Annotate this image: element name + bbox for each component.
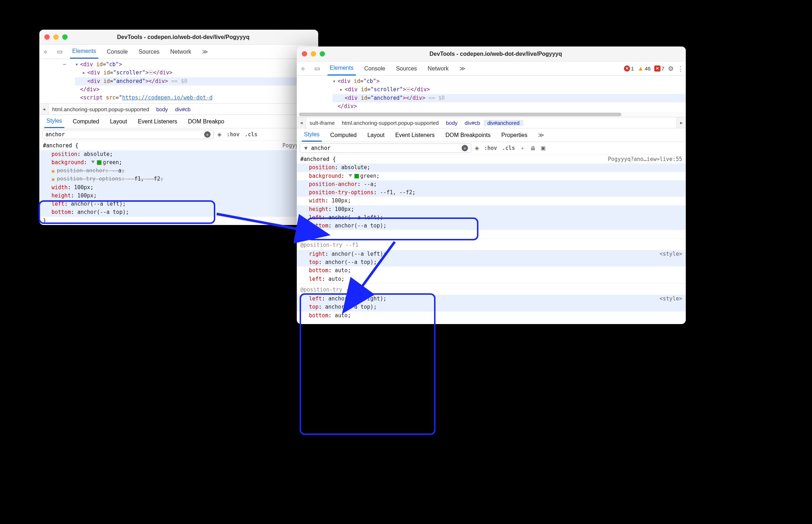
kebab-icon[interactable]: ⋮ — [677, 65, 684, 73]
crumb-next-icon[interactable]: ▸ — [676, 117, 686, 128]
main-tabbar: ⟐ ▭ Elements Console Sources Network ≫ — [39, 45, 318, 59]
tab-sources[interactable]: Sources — [136, 45, 162, 59]
devtools-window-before: DevTools - codepen.io/web-dot-dev/live/P… — [39, 30, 318, 225]
position-try-rule-f2[interactable]: @position-try --f2 — [297, 283, 686, 295]
close-dot[interactable] — [302, 51, 307, 57]
tab-dom-breakpoints[interactable]: DOM Breakpo — [186, 115, 226, 128]
color-swatch[interactable] — [97, 160, 102, 165]
crumb-cb[interactable]: div#cb — [461, 120, 484, 126]
tab-console[interactable]: Console — [362, 62, 388, 75]
zoom-dot[interactable] — [62, 34, 68, 40]
rule-source-link[interactable]: Pogyyyq?ano…iew=live:55 — [608, 155, 682, 163]
devtools-window-after: DevTools - codepen.io/web-dot-dev/live/P… — [297, 46, 686, 324]
tab-network[interactable]: Network — [168, 45, 193, 59]
more-tabs-icon[interactable]: ≫ — [200, 48, 210, 55]
tab-styles[interactable]: Styles — [44, 115, 64, 128]
filter-input-wrap: ▼ ✕ — [300, 143, 471, 153]
filter-input-wrap: ✕ — [42, 130, 214, 139]
position-try-rule-f1[interactable]: @position-try --f1 — [297, 239, 686, 250]
zoom-dot[interactable] — [320, 51, 325, 57]
rule-selector[interactable]: #anchored { — [300, 155, 336, 163]
errors-badge[interactable]: ✕1 — [624, 65, 634, 72]
more-tabs-icon[interactable]: ≫ — [457, 65, 468, 72]
warnings-badge[interactable]: ▲46 — [638, 65, 651, 72]
tab-layout[interactable]: Layout — [108, 115, 129, 128]
layers-icon[interactable]: ◈ — [217, 131, 222, 138]
print-icon[interactable]: 🖶 — [530, 145, 536, 151]
window-controls — [302, 51, 325, 57]
horizontal-scrollbar[interactable] — [297, 112, 686, 117]
tab-computed[interactable]: Computed — [328, 128, 359, 142]
expand-icon[interactable] — [349, 174, 352, 177]
warning-icon: ▲ — [51, 167, 57, 174]
new-rule-icon[interactable]: ＋ — [520, 145, 525, 152]
tab-event-listeners[interactable]: Event Listeners — [136, 115, 179, 128]
filter-row: ▼ ✕ ◈ :hov .cls ＋ 🖶 ▣ — [297, 142, 686, 155]
close-dot[interactable] — [44, 34, 50, 40]
minimize-dot[interactable] — [311, 51, 316, 57]
warning-icon: ▲ — [51, 176, 57, 182]
color-swatch[interactable] — [354, 174, 359, 178]
window-title: DevTools - codepen.io/web-dot-dev/live/P… — [329, 51, 681, 57]
crumb-body[interactable]: body — [153, 106, 172, 112]
tab-dom-breakpoints[interactable]: DOM Breakpoints — [443, 128, 493, 142]
dom-tree[interactable]: ⋯ ▾<div id="cb"> ▸<div id="scroller">⋯</… — [39, 59, 318, 103]
crumb-anchored[interactable]: div#anchored — [484, 120, 523, 126]
crumb-prev-icon[interactable]: ◂ — [297, 117, 306, 128]
issue-badges: ✕1 ▲46 ✕7 ⚙ ⋮ — [624, 65, 684, 73]
settings-icon[interactable]: ⚙ — [668, 65, 674, 73]
window-controls — [44, 34, 68, 40]
expand-icon[interactable] — [91, 161, 95, 163]
titlebar: DevTools - codepen.io/web-dot-dev/live/P… — [39, 30, 318, 45]
inspect-icon[interactable]: ⟐ — [41, 48, 49, 55]
device-icon[interactable]: ▭ — [313, 65, 321, 72]
tab-event-listeners[interactable]: Event Listeners — [393, 128, 437, 142]
tab-sources[interactable]: Sources — [394, 62, 419, 75]
funnel-icon: ▼ — [303, 145, 309, 151]
minimize-dot[interactable] — [53, 34, 59, 40]
breadcrumb: ◂ html.anchoring-support.popup-supported… — [39, 103, 318, 115]
main-tabbar: ⟐ ▭ Elements Console Sources Network ≫ ✕… — [297, 62, 686, 76]
tab-console[interactable]: Console — [105, 45, 130, 59]
css-rules: #anchored { Pogyyyq?ano…iew=live:55 posi… — [297, 155, 686, 324]
tab-elements[interactable]: Elements — [328, 62, 356, 75]
tab-network[interactable]: Network — [425, 62, 451, 75]
crumb-iframe[interactable]: sult-iframe — [306, 120, 338, 126]
clear-filter-icon[interactable]: ✕ — [462, 145, 468, 151]
tab-properties[interactable]: Properties — [499, 128, 530, 142]
dom-tree[interactable]: ▾<div id="cb"> ▸<div id="scroller">⋯</di… — [297, 76, 686, 112]
filter-input[interactable] — [45, 131, 202, 138]
clear-filter-icon[interactable]: ✕ — [204, 131, 211, 138]
inspect-icon[interactable]: ⟐ — [299, 65, 307, 72]
tab-styles[interactable]: Styles — [302, 128, 322, 142]
crumb-prev-icon[interactable]: ◂ — [39, 104, 49, 114]
tab-layout[interactable]: Layout — [365, 128, 387, 142]
styles-tabbar: Styles Computed Layout Event Listeners D… — [39, 115, 318, 128]
tab-elements[interactable]: Elements — [70, 45, 98, 59]
window-title: DevTools - codepen.io/web-dot-dev/live/P… — [71, 34, 313, 40]
messages-badge[interactable]: ✕7 — [654, 65, 664, 72]
crumb-html[interactable]: html.anchoring-support.popup-supported — [338, 120, 442, 126]
crumb-body[interactable]: body — [442, 120, 461, 126]
styles-tabbar: Styles Computed Layout Event Listeners D… — [297, 128, 686, 142]
hov-toggle[interactable]: :hov — [484, 145, 497, 151]
hov-toggle[interactable]: :hov — [227, 131, 240, 138]
computed-pane-icon[interactable]: ▣ — [541, 145, 546, 151]
style-source-link[interactable]: <style> — [660, 250, 686, 258]
device-icon[interactable]: ▭ — [56, 48, 64, 55]
filter-input[interactable] — [311, 145, 459, 151]
crumb-cb[interactable]: div#cb — [172, 106, 194, 112]
tab-computed[interactable]: Computed — [71, 115, 102, 128]
breadcrumb: ◂ sult-iframe html.anchoring-support.pop… — [297, 117, 686, 128]
layers-icon[interactable]: ◈ — [475, 145, 479, 151]
crumb-html[interactable]: html.anchoring-support.popup-supported — [49, 106, 153, 112]
filter-row: ✕ ◈ :hov .cls — [39, 128, 318, 141]
cls-toggle[interactable]: .cls — [245, 131, 257, 138]
cls-toggle[interactable]: .cls — [502, 145, 515, 151]
titlebar: DevTools - codepen.io/web-dot-dev/live/P… — [297, 46, 686, 62]
style-source-link[interactable]: <style> — [660, 295, 686, 303]
more-tabs-icon[interactable]: ≫ — [536, 132, 546, 138]
rule-selector[interactable]: #anchored { — [43, 142, 78, 150]
rule-close: } — [297, 230, 686, 238]
rule-close: } — [39, 217, 318, 225]
